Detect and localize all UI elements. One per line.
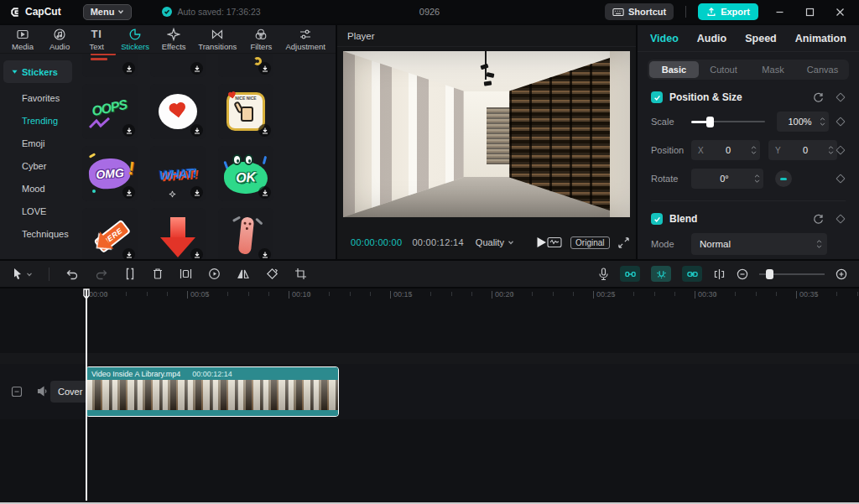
position-x-stepper[interactable]: X 0 (691, 140, 760, 160)
blend-mode-select[interactable]: Normal (691, 233, 827, 255)
stepper-arrows[interactable] (816, 240, 822, 248)
sticker-ok[interactable]: OK (218, 146, 273, 201)
menu-button[interactable]: Menu (83, 4, 133, 20)
sticker-heart-bubble[interactable] (150, 84, 206, 139)
sticker-cell[interactable] (218, 54, 273, 77)
link-clips-toggle[interactable] (682, 266, 702, 282)
download-button[interactable] (258, 248, 271, 259)
split-button[interactable] (124, 268, 136, 280)
position-size-checkbox[interactable] (651, 91, 663, 103)
slider-thumb[interactable] (766, 269, 773, 279)
sidebar-item-stickers[interactable]: Stickers (3, 60, 72, 83)
tab-video[interactable]: Video (650, 33, 679, 44)
download-button[interactable] (122, 186, 135, 199)
close-button[interactable] (830, 3, 849, 21)
timeline-ruler[interactable]: 00:00 00:05 00:10 00:15 00:20 00:25 00:3… (0, 288, 859, 301)
zoom-in-button[interactable] (836, 268, 847, 280)
subtab-canvas[interactable]: Canvas (798, 61, 847, 78)
position-y-stepper[interactable]: Y 0 (768, 140, 837, 160)
mirror-button[interactable] (237, 268, 250, 280)
waveform-view-button[interactable] (547, 236, 562, 248)
keyframe-button[interactable] (836, 92, 845, 101)
quality-dropdown[interactable]: Quality (476, 237, 514, 247)
tab-audio[interactable]: Audio (697, 33, 726, 44)
sidebar-item-techniques[interactable]: Techniques (0, 222, 75, 245)
crop-button[interactable] (294, 268, 307, 280)
shortcut-button[interactable]: Shortcut (605, 3, 674, 20)
download-button[interactable] (122, 124, 135, 137)
scale-value-stepper[interactable]: 100% (777, 112, 829, 132)
rotate-dial[interactable] (775, 170, 792, 187)
download-button[interactable] (190, 186, 203, 199)
reset-button[interactable] (813, 214, 824, 225)
download-button[interactable] (258, 124, 271, 137)
sticker-cell[interactable] (82, 54, 138, 77)
play-button[interactable] (536, 236, 547, 248)
auto-snap-toggle[interactable] (651, 266, 671, 282)
sticker-omg[interactable]: OMG ! (82, 146, 138, 201)
scale-slider[interactable] (691, 116, 765, 127)
keyframe-button[interactable] (836, 145, 846, 154)
fullscreen-icon[interactable] (618, 237, 629, 248)
sticker-oops[interactable]: OOPS (82, 84, 138, 139)
sidebar-item-mood[interactable]: Mood (0, 177, 75, 200)
sidebar-item-trending[interactable]: Trending (0, 109, 75, 132)
main-track-magnet-toggle[interactable] (620, 266, 640, 282)
download-button[interactable] (190, 62, 203, 75)
stepper-arrows[interactable] (828, 146, 834, 154)
freeze-frame-button[interactable] (180, 268, 192, 280)
keyframe-button[interactable] (836, 117, 845, 126)
sticker-what[interactable]: WHAT! (150, 146, 206, 201)
download-button[interactable] (122, 248, 135, 259)
sticker-nice-thumbsup[interactable]: NICE NICE (218, 84, 273, 139)
download-button[interactable] (190, 124, 203, 137)
sidebar-item-emoji[interactable]: Emoji (0, 132, 75, 154)
select-tool-button[interactable] (12, 268, 33, 280)
download-button[interactable] (190, 248, 203, 259)
delete-button[interactable] (152, 268, 164, 280)
sticker-here-arrow[interactable]: HERE (82, 208, 138, 259)
media-tab-text[interactable]: TI Text (84, 28, 109, 51)
subtab-basic[interactable]: Basic (649, 61, 699, 78)
sidebar-item-cyber[interactable]: Cyber (0, 154, 75, 177)
tab-animation[interactable]: Animation (795, 33, 846, 44)
rotate-button[interactable] (266, 268, 279, 280)
maximize-button[interactable] (800, 3, 819, 21)
stepper-arrows[interactable] (751, 146, 757, 154)
record-voiceover-button[interactable] (598, 268, 609, 281)
video-clip[interactable]: Video Inside A Library.mp4 00:00:12:14 (86, 366, 339, 417)
media-tab-adjustment[interactable]: Adjustment (285, 28, 325, 51)
blend-checkbox[interactable] (651, 213, 663, 225)
reset-button[interactable] (813, 92, 824, 103)
media-tab-effects[interactable]: Effects (161, 28, 186, 51)
media-tab-audio[interactable]: Audio (47, 28, 72, 51)
stepper-arrows[interactable] (754, 174, 760, 183)
reverse-button[interactable] (208, 268, 221, 280)
media-tab-filters[interactable]: Filters (248, 28, 273, 51)
rotate-value-stepper[interactable]: 0° (691, 169, 763, 189)
media-tab-transitions[interactable]: Transitions (198, 28, 237, 51)
keyframe-button[interactable] (836, 174, 845, 183)
sidebar-item-favorites[interactable]: Favorites (0, 86, 75, 109)
timeline-zoom-slider[interactable] (759, 268, 825, 280)
subtab-mask[interactable]: Mask (748, 61, 798, 78)
video-preview-canvas[interactable] (343, 51, 630, 217)
slider-thumb[interactable] (706, 117, 714, 127)
media-tab-media[interactable]: Media (10, 28, 35, 51)
original-resolution-button[interactable]: Original (570, 236, 609, 249)
sidebar-item-love[interactable]: LOVE (0, 200, 75, 222)
export-button[interactable]: Export (698, 3, 758, 20)
download-button[interactable] (258, 62, 271, 75)
subtab-cutout[interactable]: Cutout (699, 61, 748, 78)
zoom-out-button[interactable] (737, 268, 748, 280)
cover-button[interactable]: Cover (50, 381, 90, 403)
download-button[interactable] (258, 186, 271, 199)
media-tab-stickers[interactable]: Stickers (121, 28, 149, 51)
download-button[interactable] (122, 62, 135, 75)
sticker-pink-character[interactable] (218, 208, 273, 259)
redo-button[interactable] (95, 268, 108, 280)
sticker-down-arrow[interactable] (150, 208, 206, 259)
mute-track-button[interactable] (37, 386, 49, 397)
track-options-button[interactable] (11, 386, 23, 397)
keyframe-button[interactable] (836, 214, 845, 223)
